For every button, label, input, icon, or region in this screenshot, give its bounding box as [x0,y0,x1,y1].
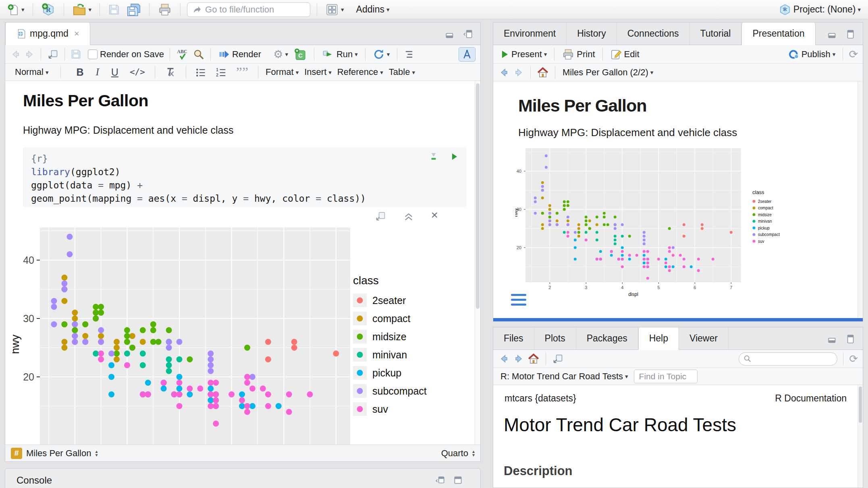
slide-menu-icon[interactable] [511,294,526,306]
workspace-panes-button[interactable]: ▾ [324,2,346,17]
render-on-save-checkbox[interactable] [88,50,98,59]
open-folder-icon [72,3,87,17]
restore-pane-icon[interactable] [434,475,446,486]
maximize-pane-icon[interactable] [452,475,464,486]
topic-selector[interactable]: R: Motor Trend Car Road Tests ▾ [499,370,630,383]
menu-format[interactable]: Format▾ [264,66,300,78]
mode-sorter-icon[interactable]: ▴▾ [472,450,475,457]
present-button[interactable]: Present ▾ [498,48,548,60]
refresh-icon[interactable]: ⟳ [849,48,858,60]
save-button[interactable] [106,3,122,17]
forward-icon[interactable] [513,67,525,78]
clear-formatting-icon[interactable] [164,66,177,78]
mode-selector[interactable]: Quarto [441,448,468,459]
run-button[interactable]: Run ▾ [320,48,359,61]
help-search-box[interactable] [739,352,837,366]
presentation-scrollbar[interactable] [858,81,863,318]
italic-button[interactable]: I [91,66,104,78]
tab-mpg-qmd[interactable]: mpg.qmd × [5,23,90,45]
run-chunks-above-icon[interactable] [428,151,439,162]
save-all-icon [127,3,141,17]
tab-close-icon[interactable]: × [74,29,79,39]
visual-editor-toggle[interactable] [459,47,476,62]
goto-file-box[interactable] [187,2,310,17]
find-in-topic-box[interactable] [634,370,698,383]
maximize-pane-icon[interactable] [844,29,856,39]
help-scrollbar[interactable] [858,385,863,488]
home-icon[interactable] [527,353,540,365]
expand-output-icon[interactable] [374,211,386,222]
menu-table[interactable]: Table▾ [387,66,417,78]
menu-insert[interactable]: Insert▾ [303,66,333,78]
run-chunk-icon[interactable] [449,151,459,162]
blockquote-icon[interactable]: ”” [232,68,252,76]
back-icon[interactable] [498,67,510,78]
code-chunk[interactable]: {r}library(ggplot2)ggplot(data = mpg) + … [23,147,466,207]
svg-text:1: 1 [216,68,218,72]
minimize-pane-icon[interactable] [826,334,839,344]
section-selector[interactable]: Miles Per Gallon [26,448,91,459]
edit-button[interactable]: Edit [608,48,641,61]
chunk-options-button[interactable]: ⚙ ▾ [272,47,290,61]
goto-file-input[interactable] [205,4,298,15]
addins-button[interactable]: Addins ▾ [355,3,391,16]
code-format-button[interactable]: </> [126,67,149,77]
back-icon[interactable] [10,49,21,60]
slide-selector[interactable]: Miles Per Gallon (2/2) ▾ [561,66,655,79]
maximize-pane-icon[interactable] [462,29,474,39]
collapse-output-icon[interactable] [403,211,415,222]
insert-chunk-button[interactable]: C [292,47,308,62]
forward-icon[interactable] [24,49,35,60]
spellcheck-icon[interactable]: ABC [176,48,190,61]
separator [602,48,603,61]
render-button[interactable]: Render [216,48,263,61]
clear-output-icon[interactable]: × [431,211,438,222]
chunk-code[interactable]: {r}library(ggplot2)ggplot(data = mpg) + … [31,152,458,205]
present-caret: ▾ [544,51,547,57]
tab-history[interactable]: History [567,23,617,45]
tab-environment[interactable]: Environment [493,23,567,45]
tab-packages[interactable]: Packages [576,327,638,349]
publish-button[interactable]: Publish ▾ [787,48,837,61]
tab-viewer[interactable]: Viewer [679,327,729,349]
tab-tutorial[interactable]: Tutorial [690,23,742,45]
underline-button[interactable]: U [106,66,123,78]
bold-button[interactable]: B [71,66,88,78]
bullet-list-icon[interactable] [194,66,207,78]
menu-reference[interactable]: Reference▾ [336,66,385,78]
tab-files[interactable]: Files [493,327,534,349]
maximize-pane-icon[interactable] [844,334,856,344]
refresh-icon[interactable]: ⟳ [849,353,858,365]
tab-presentation[interactable]: Presentation [741,23,815,45]
paragraph-style-select[interactable]: Normal ▾ [13,66,50,78]
run-label: Run [336,49,353,60]
forward-icon[interactable] [513,353,525,364]
visual-editor-document[interactable]: Miles Per Gallon Highway MPG: Displaceme… [5,81,480,445]
help-search-input[interactable] [754,354,831,364]
tab-help[interactable]: Help [638,327,679,350]
tab-connections[interactable]: Connections [617,23,690,45]
find-replace-icon[interactable] [193,48,205,60]
project-menu-button[interactable]: R Project: (None) ▾ [777,2,862,17]
popout-icon[interactable] [552,353,564,364]
section-sorter-icon[interactable]: ▴▾ [95,450,98,457]
tab-plots[interactable]: Plots [534,327,576,349]
find-in-topic-input[interactable] [639,372,692,381]
new-project-button[interactable]: R [39,2,57,18]
minimize-pane-icon[interactable] [826,29,839,39]
print-presentation-button[interactable]: Print [560,48,596,61]
save-all-button[interactable] [125,2,143,17]
separator [149,3,150,16]
open-file-button[interactable]: ▾ [71,2,93,17]
new-file-button[interactable]: ▾ [6,2,26,17]
editor-scrollbar[interactable] [475,81,480,445]
back-icon[interactable] [498,353,510,364]
home-icon[interactable] [536,66,549,79]
numbered-list-icon[interactable]: 12 [214,66,227,78]
outline-toggle-icon[interactable] [403,49,415,60]
rerun-button[interactable]: ▾ [371,48,392,61]
save-icon[interactable] [71,49,81,60]
popout-icon[interactable] [47,49,59,60]
print-button[interactable] [156,2,174,17]
minimize-pane-icon[interactable] [444,29,456,39]
